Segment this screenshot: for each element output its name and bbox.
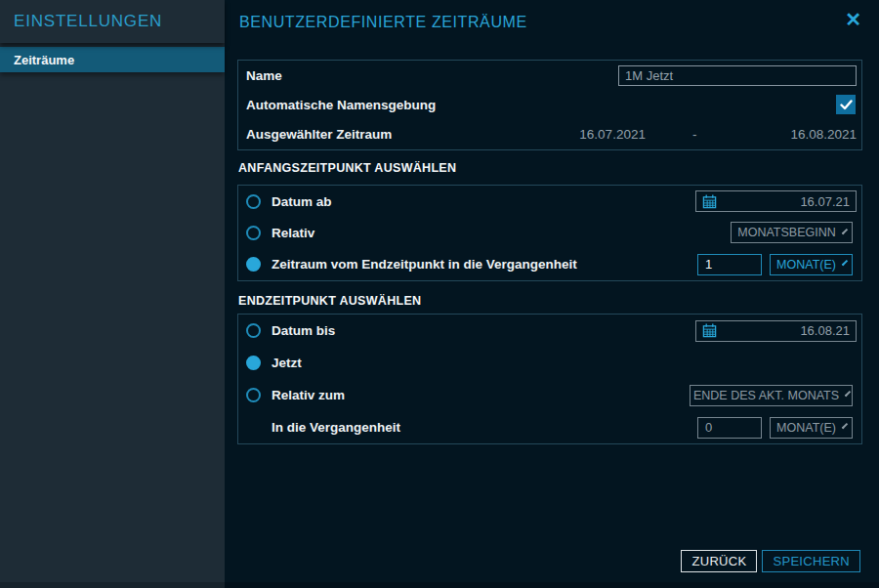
selected-period-label: Ausgewählter Zeitraum [246,127,392,142]
date-from-radio[interactable] [246,194,261,209]
past-label: In die Vergangenheit [272,420,400,435]
now-row: Jetzt [238,347,861,379]
start-section-box: Datum ab 16.07.21 [237,185,862,281]
selected-period-values: 16.07.2021 - 16.08.2021 [579,127,857,142]
past-unit-value: MONAT(E) [776,421,836,435]
date-to-row: Datum bis 16.08.21 [238,315,861,347]
bottom-strip-left [0,582,225,588]
span-past-label: Zeitraum vom Endzeitpunkt in die Vergang… [272,257,577,272]
sidebar-item-zeitraeume[interactable]: Zeiträume [0,47,225,72]
date-to-radio[interactable] [246,323,261,338]
close-button[interactable]: ✕ [845,10,861,29]
app-root: EINSTELLUNGEN Zeiträume BENUTZERDEFINIER… [0,0,879,588]
name-input[interactable] [618,65,857,86]
bottom-strip-right [225,582,879,588]
selected-period-row: Ausgewählter Zeitraum 16.07.2021 - 16.08… [238,120,861,149]
date-from-value: 16.07.21 [800,194,850,209]
relative-end-value: ENDE DES AKT. MONATS [693,389,839,402]
general-settings-box: Name Automatische Namensgebung Ausgewähl… [237,60,862,150]
period-start-value: 16.07.2021 [579,127,646,142]
relative-end-row: Relativ zum ENDE DES AKT. MONATS [238,379,861,411]
date-from-field[interactable]: 16.07.21 [695,190,857,212]
relative-end-label: Relativ zum [272,388,345,402]
end-section-box: Datum bis 16.08.21 [237,314,862,444]
calendar-icon [702,194,717,209]
period-separator: - [692,127,697,142]
bottom-strip [0,582,879,588]
past-amount-input[interactable] [697,417,762,439]
span-unit-value: MONAT(E) [776,258,836,272]
date-from-label: Datum ab [272,194,332,209]
date-to-field[interactable]: 16.08.21 [695,320,857,342]
period-end-value: 16.08.2021 [790,127,857,142]
auto-naming-label: Automatische Namensgebung [246,98,436,112]
date-to-label: Datum bis [272,323,335,338]
relative-start-row: Relativ MONATSBEGINN [238,217,861,248]
calendar-icon [702,323,717,338]
dialog-footer: ZURÜCK SPEICHERN [681,550,860,572]
relative-start-radio[interactable] [246,226,261,240]
span-past-row: Zeitraum vom Endzeitpunkt in die Vergang… [238,249,861,280]
chevron-down-icon [842,229,848,234]
now-label: Jetzt [272,356,302,370]
sidebar-title: EINSTELLUNGEN [0,0,225,43]
auto-naming-row: Automatische Namensgebung [238,90,861,119]
relative-start-select[interactable]: MONATSBEGINN [731,222,853,243]
settings-sidebar: EINSTELLUNGEN Zeiträume [0,0,225,588]
relative-end-radio[interactable] [246,388,261,402]
chevron-down-icon [842,423,848,429]
save-button[interactable]: SPEICHERN [762,550,860,572]
past-row: In die Vergangenheit MONAT(E) [238,411,861,443]
name-label: Name [246,68,282,83]
sidebar-item-label: Zeiträume [14,53,74,67]
past-unit-select[interactable]: MONAT(E) [770,417,853,439]
chevron-down-icon [845,391,851,397]
span-amount-input[interactable] [697,254,762,275]
span-unit-select[interactable]: MONAT(E) [770,254,853,275]
now-radio[interactable] [246,356,261,370]
chevron-down-icon [842,260,848,266]
end-section-title: ENDZEITPUNKT AUSWÄHLEN [238,294,421,308]
close-icon: ✕ [845,9,861,30]
relative-start-value: MONATSBEGINN [737,226,835,239]
date-to-value: 16.08.21 [800,323,850,338]
checkmark-icon [840,100,853,110]
span-past-radio[interactable] [246,257,261,272]
relative-end-select[interactable]: ENDE DES AKT. MONATS [690,385,853,406]
custom-periods-panel: BENUTZERDEFINIERTE ZEITRÄUME ✕ Name Auto… [225,0,879,588]
start-section-title: ANFANGSZEITPUNKT AUSWÄHLEN [238,161,456,175]
relative-start-label: Relativ [272,226,314,240]
dialog-title: BENUTZERDEFINIERTE ZEITRÄUME [239,14,527,31]
name-row: Name [238,61,861,90]
date-from-row: Datum ab 16.07.21 [238,186,861,217]
auto-naming-checkbox[interactable] [836,95,856,114]
back-button[interactable]: ZURÜCK [681,550,757,572]
sidebar-nav: Zeiträume [0,47,225,72]
